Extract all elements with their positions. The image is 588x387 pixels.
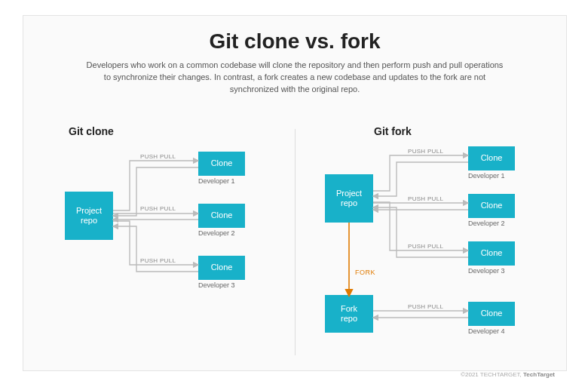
right-clone-2: Clone bbox=[468, 194, 515, 218]
right-dev-3: Developer 3 bbox=[468, 267, 505, 275]
left-edge-label-3: PUSH PULL bbox=[140, 257, 176, 264]
left-clone-1: Clone bbox=[198, 152, 245, 176]
right-dev-1: Developer 1 bbox=[468, 172, 505, 180]
left-dev-3: Developer 3 bbox=[198, 281, 235, 289]
left-dev-2: Developer 2 bbox=[198, 229, 235, 237]
right-clone-1: Clone bbox=[468, 146, 515, 170]
page-subtitle: Developers who work on a common codebase… bbox=[84, 60, 506, 96]
left-edge-label-1: PUSH PULL bbox=[140, 153, 176, 160]
right-dev-2: Developer 2 bbox=[468, 220, 505, 227]
left-clone-3: Clone bbox=[198, 256, 245, 280]
page-title: Git clone vs. fork bbox=[23, 29, 566, 54]
section-label-fork: Git fork bbox=[374, 125, 412, 137]
right-dev-4: Developer 4 bbox=[468, 327, 505, 335]
copyright: ©2021 TECHTARGET, TechTarget bbox=[461, 371, 555, 378]
right-fork-edge-label: FORK bbox=[355, 269, 375, 276]
diagram-frame: Git clone vs. fork Developers who work o… bbox=[23, 15, 567, 371]
left-dev-1: Developer 1 bbox=[198, 177, 235, 185]
vertical-separator bbox=[295, 129, 296, 355]
left-edge-label-2: PUSH PULL bbox=[140, 205, 176, 212]
right-edge-label-1: PUSH PULL bbox=[408, 148, 443, 155]
right-fork-repo: Forkrepo bbox=[325, 295, 373, 333]
right-clone-3: Clone bbox=[468, 241, 515, 266]
left-clone-2: Clone bbox=[198, 204, 245, 228]
right-project-repo: Projectrepo bbox=[325, 174, 373, 223]
section-label-clone: Git clone bbox=[69, 125, 114, 137]
right-edge-label-3: PUSH PULL bbox=[408, 243, 443, 250]
right-edge-label-4: PUSH PULL bbox=[408, 303, 443, 310]
right-clone-4: Clone bbox=[468, 302, 515, 326]
left-project-repo: Projectrepo bbox=[65, 192, 113, 240]
copyright-text: ©2021 TECHTARGET, bbox=[461, 371, 523, 378]
right-edge-label-2: PUSH PULL bbox=[408, 195, 443, 202]
copyright-brand: TechTarget bbox=[523, 371, 555, 378]
